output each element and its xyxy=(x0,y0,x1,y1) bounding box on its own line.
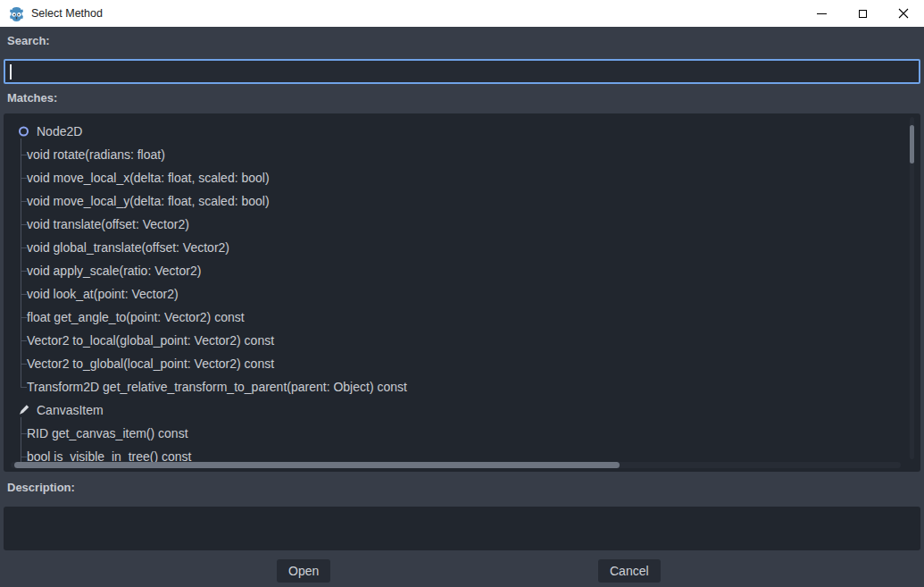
list-item-label: float get_angle_to(point: Vector2) const xyxy=(27,310,245,324)
tree-guide-line xyxy=(21,213,28,236)
list-item[interactable]: void rotate(radians: float) xyxy=(4,143,920,166)
list-item-label: void apply_scale(ratio: Vector2) xyxy=(27,264,201,278)
horizontal-scrollbar[interactable] xyxy=(11,462,901,468)
window-controls xyxy=(801,0,924,27)
list-item-label: Vector2 to_global(local_point: Vector2) … xyxy=(27,356,274,371)
minimize-icon xyxy=(817,13,827,14)
list-item-label: Vector2 to_local(global_point: Vector2) … xyxy=(27,333,274,348)
canvasitem-icon xyxy=(18,405,29,416)
window-title: Select Method xyxy=(31,7,103,20)
list-item-label: void translate(offset: Vector2) xyxy=(27,217,189,231)
tree-guide-line xyxy=(21,352,28,375)
select-method-dialog: Select Method Search: Matches: Node2Dvoi… xyxy=(0,0,924,587)
list-item-label: void move_local_x(delta: float, scaled: … xyxy=(27,171,270,185)
search-label: Search: xyxy=(7,34,50,47)
tree-guide-line xyxy=(21,236,28,259)
vertical-scrollbar[interactable] xyxy=(910,117,914,459)
search-input[interactable] xyxy=(4,59,920,84)
list-item[interactable]: void move_local_y(delta: float, scaled: … xyxy=(4,189,920,213)
list-item[interactable]: void translate(offset: Vector2) xyxy=(4,213,920,236)
tree-guide-line xyxy=(21,143,28,166)
list-item[interactable]: void global_translate(offset: Vector2) xyxy=(4,236,920,259)
close-button[interactable] xyxy=(883,0,924,27)
tree-guide-line xyxy=(21,375,28,398)
minimize-button[interactable] xyxy=(801,0,842,27)
open-button[interactable]: Open xyxy=(277,559,330,583)
description-label: Description: xyxy=(7,481,75,494)
list-item-label: RID get_canvas_item() const xyxy=(27,426,188,440)
maximize-button[interactable] xyxy=(842,0,883,27)
method-list-rows: Node2Dvoid rotate(radians: float)void mo… xyxy=(4,120,920,468)
list-item-label: Node2D xyxy=(37,124,82,138)
tree-guide-line xyxy=(21,329,28,352)
list-item[interactable]: RID get_canvas_item() const xyxy=(4,422,920,445)
list-item-label: void rotate(radians: float) xyxy=(27,147,165,162)
horizontal-scrollbar-thumb[interactable] xyxy=(14,462,620,468)
list-item[interactable]: Vector2 to_local(global_point: Vector2) … xyxy=(4,329,920,352)
list-item[interactable]: void look_at(point: Vector2) xyxy=(4,282,920,306)
tree-guide-line xyxy=(21,306,28,329)
godot-logo-icon xyxy=(8,5,25,22)
cancel-button[interactable]: Cancel xyxy=(598,559,661,583)
description-box xyxy=(4,507,920,550)
tree-guide-line xyxy=(21,189,28,213)
list-item[interactable]: float get_angle_to(point: Vector2) const xyxy=(4,306,920,329)
maximize-icon xyxy=(859,10,867,18)
matches-label: Matches: xyxy=(7,91,57,105)
close-icon xyxy=(898,8,909,19)
list-item-label: void look_at(point: Vector2) xyxy=(27,287,179,301)
tree-guide-line xyxy=(21,422,28,445)
list-item[interactable]: void apply_scale(ratio: Vector2) xyxy=(4,259,920,282)
tree-guide-line xyxy=(21,166,28,189)
list-item-label: void move_local_y(delta: float, scaled: … xyxy=(27,194,270,208)
list-item[interactable]: void move_local_x(delta: float, scaled: … xyxy=(4,166,920,189)
method-list: Node2Dvoid rotate(radians: float)void mo… xyxy=(4,113,920,472)
tree-guide-line xyxy=(21,282,28,306)
list-item-label: void global_translate(offset: Vector2) xyxy=(27,240,229,255)
list-item[interactable]: Vector2 to_global(local_point: Vector2) … xyxy=(4,352,920,375)
list-item[interactable]: Node2D xyxy=(4,120,920,143)
list-item-label: Transform2D get_relative_transform_to_pa… xyxy=(27,380,407,394)
titlebar: Select Method xyxy=(0,0,924,27)
text-caret xyxy=(10,64,12,80)
vertical-scrollbar-thumb[interactable] xyxy=(910,125,914,164)
node2d-icon xyxy=(19,127,29,137)
list-item[interactable]: CanvasItem xyxy=(4,398,920,422)
list-item-label: CanvasItem xyxy=(37,403,104,417)
tree-guide-line xyxy=(21,259,28,282)
list-item[interactable]: Transform2D get_relative_transform_to_pa… xyxy=(4,375,920,398)
